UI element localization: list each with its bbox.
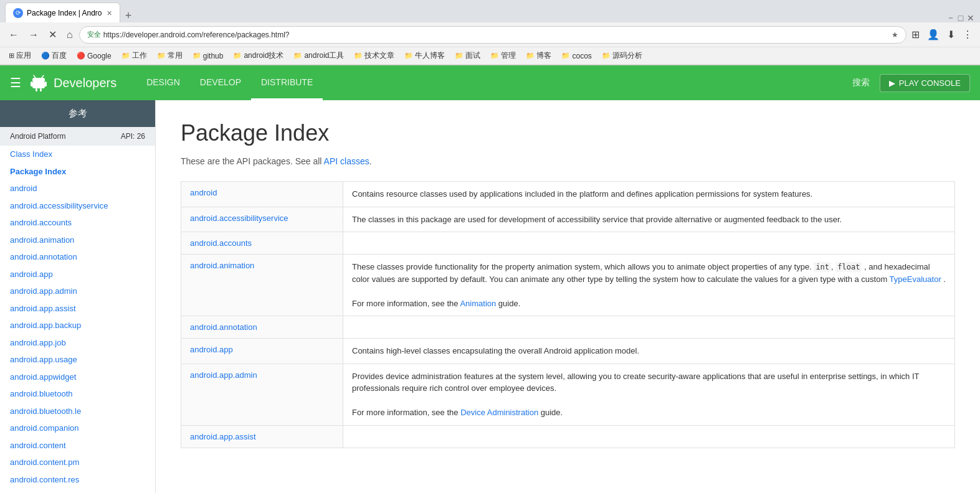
tech-articles-folder-icon: 📁 [354, 52, 363, 60]
table-row: android.accounts [181, 232, 955, 255]
bookmark-android-tools-label: android工具 [304, 50, 344, 61]
svg-rect-9 [32, 78, 45, 82]
github-icon: 📁 [193, 52, 201, 60]
hamburger-menu-button[interactable]: ☰ [10, 75, 21, 90]
bookmark-common-label: 常用 [168, 50, 183, 61]
sidebar-item-app-usage[interactable]: android.app.usage [0, 351, 155, 369]
bookmark-common[interactable]: 📁 常用 [153, 49, 186, 62]
menu-button[interactable]: ⋮ [960, 26, 975, 43]
home-button[interactable]: ⌂ [63, 27, 77, 43]
minimize-button[interactable]: － [946, 14, 955, 22]
package-link-app-admin[interactable]: android.app.admin [190, 370, 257, 380]
package-link-accounts[interactable]: android.accounts [190, 238, 252, 248]
sidebar-item-bluetooth[interactable]: android.bluetooth [0, 385, 155, 403]
table-row: android.app Contains high-level classes … [181, 339, 955, 364]
browser-tab[interactable]: ⟳ Package Index | Andro × [5, 2, 120, 22]
animation-guide-link[interactable]: Animation [460, 299, 496, 308]
bookmark-star-icon[interactable]: ★ [892, 31, 898, 39]
package-desc-app: Contains high-level classes encapsulatin… [352, 346, 639, 355]
sidebar-item-content-res[interactable]: android.content.res [0, 471, 155, 489]
sidebar-item-package-index[interactable]: Package Index [0, 163, 155, 181]
package-link-animation[interactable]: android.animation [190, 261, 254, 270]
sidebar-item-companion[interactable]: android.companion [0, 420, 155, 437]
bookmark-android-tools[interactable]: 📁 android工具 [290, 49, 348, 62]
bookmark-dev-blogs[interactable]: 📁 牛人博客 [401, 49, 449, 62]
package-link-annotation[interactable]: android.annotation [190, 322, 257, 332]
device-admin-link[interactable]: Device Administration [460, 408, 538, 417]
sidebar-platform-row: Android Platform API: 26 [0, 127, 155, 146]
sidebar-item-appwidget[interactable]: android.appwidget [0, 369, 155, 386]
play-console-button[interactable]: ▶ PLAY CONSOLE [880, 74, 970, 92]
sidebar-item-content-pm[interactable]: android.content.pm [0, 454, 155, 471]
page-title: Package Index [181, 120, 955, 146]
sidebar-item-bluetooth-le[interactable]: android.bluetooth.le [0, 403, 155, 420]
extensions-button[interactable]: ⊞ [909, 26, 922, 43]
package-link-app-assist[interactable]: android.app.assist [190, 432, 256, 441]
bookmark-baidu[interactable]: 🔵 百度 [37, 49, 70, 62]
sidebar-item-android[interactable]: android [0, 180, 155, 197]
sidebar-item-content[interactable]: android.content [0, 437, 155, 454]
type-evaluator-link[interactable]: TypeEvaluator [890, 275, 941, 284]
forward-button[interactable]: → [25, 27, 42, 43]
interview-folder-icon: 📁 [455, 52, 464, 60]
animation-extra-end: guide. [498, 299, 520, 308]
main-nav: DESIGN DEVELOP DISTRIBUTE [136, 65, 323, 100]
bookmark-work[interactable]: 📁 工作 [118, 49, 151, 62]
bookmark-cocos[interactable]: 📁 cocos [558, 50, 595, 62]
nav-distribute[interactable]: DISTRIBUTE [251, 65, 323, 100]
new-tab-button[interactable]: + [120, 9, 137, 22]
api-classes-link[interactable]: API classes [324, 156, 369, 166]
search-button[interactable]: 搜索 [852, 77, 870, 88]
close-window-button[interactable]: ✕ [966, 14, 975, 22]
sidebar-item-class-index[interactable]: Class Index [0, 146, 155, 163]
bookmark-interview-label: 面试 [465, 50, 480, 61]
address-bar[interactable]: 安全 https://developer.android.com/referen… [79, 26, 906, 44]
source-analysis-folder-icon: 📁 [602, 52, 611, 60]
profile-button[interactable]: 👤 [925, 26, 942, 43]
play-console-icon: ▶ [889, 78, 895, 88]
management-folder-icon: 📁 [490, 52, 499, 60]
bookmark-google[interactable]: 🔴 Google [73, 50, 115, 62]
bookmark-android-tech[interactable]: 📁 android技术 [229, 49, 287, 62]
sidebar-item-animation[interactable]: android.animation [0, 232, 155, 249]
package-link-accessibility[interactable]: android.accessibilityservice [190, 214, 288, 223]
packages-table: android Contains resource classes used b… [181, 181, 955, 448]
bookmark-dev-blogs-label: 牛人博客 [415, 50, 445, 61]
code-float: float [835, 262, 862, 272]
package-link-android[interactable]: android [190, 188, 217, 197]
page-subtitle: These are the API packages. See all API … [181, 156, 955, 166]
nav-design[interactable]: DESIGN [136, 65, 190, 100]
package-desc-animation3: . [943, 275, 946, 284]
bookmark-management-label: 管理 [501, 50, 516, 61]
sidebar-item-app-backup[interactable]: android.app.backup [0, 317, 155, 334]
bookmark-cocos-label: cocos [572, 52, 591, 60]
bookmark-management[interactable]: 📁 管理 [487, 49, 520, 62]
back-button[interactable]: ← [5, 27, 22, 43]
sidebar-nav: Class Index Package Index android androi… [0, 146, 155, 493]
bookmark-tech-articles[interactable]: 📁 技术文章 [350, 49, 398, 62]
maximize-button[interactable]: □ [956, 14, 965, 22]
sidebar-item-accessibility[interactable]: android.accessibilityservice [0, 197, 155, 215]
blog-folder-icon: 📁 [526, 52, 535, 60]
nav-develop[interactable]: DEVELOP [190, 65, 251, 100]
sidebar-item-app-assist[interactable]: android.app.assist [0, 300, 155, 317]
sidebar-item-app-job[interactable]: android.app.job [0, 334, 155, 352]
bookmark-source-analysis[interactable]: 📁 源码分析 [598, 49, 646, 62]
svg-rect-3 [31, 82, 33, 87]
bookmark-github[interactable]: 📁 github [189, 50, 227, 62]
bookmark-apps[interactable]: ⊞ 应用 [5, 49, 35, 62]
bookmark-tech-articles-label: 技术文章 [364, 50, 394, 61]
tab-close-button[interactable]: × [107, 8, 112, 18]
download-button[interactable]: ⬇ [944, 26, 958, 43]
sidebar-item-app-admin[interactable]: android.app.admin [0, 283, 155, 300]
package-link-app[interactable]: android.app [190, 345, 233, 354]
site-title: Developers [54, 76, 117, 90]
reload-button[interactable]: ✕ [45, 26, 60, 43]
bookmark-blog[interactable]: 📁 博客 [522, 49, 555, 62]
sidebar-item-accounts[interactable]: android.accounts [0, 214, 155, 232]
android-tools-folder-icon: 📁 [293, 52, 302, 60]
sidebar-item-app[interactable]: android.app [0, 266, 155, 283]
sidebar-item-annotation[interactable]: android.annotation [0, 248, 155, 266]
sidebar-item-database[interactable]: android.database [0, 488, 155, 493]
bookmark-interview[interactable]: 📁 面试 [451, 49, 484, 62]
